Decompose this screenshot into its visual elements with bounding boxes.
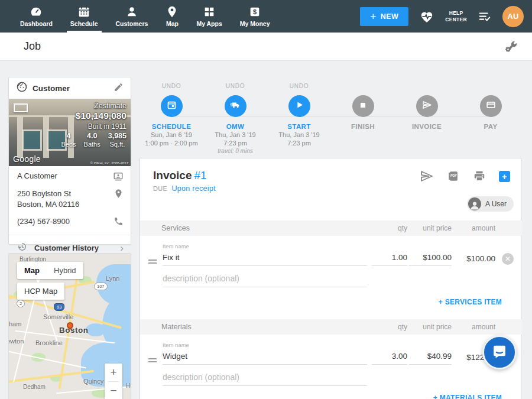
calendar-icon <box>167 100 177 112</box>
step-label: INVOICE <box>412 123 442 130</box>
help-center-button[interactable]: HELP CENTER <box>445 10 467 22</box>
health-heart-pulse-icon[interactable] <box>419 9 435 24</box>
play-icon <box>295 100 304 112</box>
undo-button[interactable]: UNDO <box>162 83 181 90</box>
map-zoom-control: + − <box>105 364 122 399</box>
assignee-chip[interactable]: A User <box>467 196 514 212</box>
finish-step-button[interactable] <box>352 95 374 117</box>
nav-item-my-money[interactable]: $ My Money <box>234 0 276 33</box>
start-step-button[interactable] <box>288 95 310 117</box>
map-type-map-button[interactable]: Map <box>17 262 47 279</box>
streetview-frame-icon[interactable] <box>14 103 28 112</box>
add-invoice-item-button[interactable]: + <box>499 171 510 182</box>
service-item-name-input[interactable] <box>163 252 367 266</box>
apps-grid-icon <box>203 5 216 18</box>
phone-icon[interactable] <box>113 216 124 229</box>
customers-person-icon <box>125 5 138 18</box>
address-line1: 250 Boylston St <box>17 189 71 198</box>
add-materials-item-link[interactable]: + MATERIALS ITEM <box>433 394 502 399</box>
dashboard-gauge-icon <box>30 5 43 18</box>
map-label: ham <box>9 320 21 327</box>
customer-address: 250 Boylston St Boston, MA 02116 <box>17 189 79 209</box>
print-icon[interactable] <box>473 170 486 183</box>
undo-button[interactable]: UNDO <box>290 83 309 90</box>
nav-item-customers[interactable]: Customers <box>110 0 154 33</box>
customer-card-header: Customer <box>9 77 131 99</box>
zoom-out-button[interactable]: − <box>105 382 122 399</box>
task-list-check-icon[interactable] <box>477 10 492 23</box>
add-services-item-link[interactable]: + SERVICES ITEM <box>439 298 502 306</box>
map-label: Hi <box>126 382 131 389</box>
schedule-step-button[interactable] <box>161 95 183 117</box>
plus-glyph: + <box>370 11 376 21</box>
drag-handle[interactable] <box>148 258 157 265</box>
hcp-map-button[interactable]: HCP Map <box>17 283 64 300</box>
step-date: Thu, Jan 3 '19 <box>278 131 319 138</box>
invoice-step-button[interactable] <box>416 95 438 117</box>
services-section-header: Services qty unit price amount <box>140 220 522 236</box>
route-shield-93: 93 <box>54 303 64 311</box>
service-amount: $100.00 <box>446 254 495 263</box>
drag-handle[interactable] <box>148 356 157 364</box>
item-name-label: Item name <box>163 243 189 249</box>
nav-label: Map <box>166 20 179 27</box>
invoice-number[interactable]: #1 <box>194 169 206 181</box>
route-shield-107: 107 <box>94 283 108 290</box>
chat-fab-button[interactable] <box>482 335 517 369</box>
customer-phone: (234) 567-8900 <box>17 216 70 227</box>
nav-item-my-apps[interactable]: My Apps <box>190 0 228 33</box>
beds-value: 4 <box>61 132 76 140</box>
nav-item-schedule[interactable]: Schedule <box>64 0 104 33</box>
service-description-input[interactable] <box>163 273 367 287</box>
omw-step-button[interactable] <box>225 95 246 117</box>
zestimate-property-photo: Zestimate $10,149,080 Built in 1911 4 4.… <box>9 99 131 166</box>
new-button[interactable]: + NEW <box>360 7 408 26</box>
service-qty-input[interactable] <box>372 252 407 266</box>
baths-value: 4.0 <box>84 132 100 140</box>
map-label: Somerville <box>43 313 73 320</box>
credit-card-icon <box>486 100 496 112</box>
remove-service-item-icon[interactable]: ✕ <box>502 253 514 265</box>
nav-label: My Money <box>240 20 270 27</box>
user-avatar[interactable]: AU <box>502 6 524 27</box>
pay-step-button[interactable] <box>480 95 502 117</box>
map-type-hybrid-button[interactable]: Hybrid <box>47 262 83 279</box>
map-type-control: Map Hybrid <box>17 262 83 279</box>
nav-items: Dashboard Schedule Customers Map <box>14 0 276 33</box>
photo-decoration <box>22 129 42 151</box>
sqft-label: Sq.ft. <box>108 141 126 148</box>
send-invoice-icon[interactable] <box>420 169 434 183</box>
invoice-due-row: DUE Upon receipt <box>153 184 216 193</box>
step-start: UNDO START Thu, Jan 3 '19 7:23 pm <box>267 78 331 147</box>
svg-text:PDF: PDF <box>450 174 458 177</box>
materials-section-header: Materials qty unit price amount <box>140 319 522 335</box>
step-label: OMW <box>226 123 245 130</box>
nav-item-dashboard[interactable]: Dashboard <box>14 0 59 33</box>
history-clock-icon <box>17 242 27 254</box>
job-tools-wrench-gear-icon[interactable] <box>504 40 518 56</box>
chevron-right-icon: › <box>120 243 124 253</box>
material-description-input[interactable] <box>163 372 367 386</box>
step-date: Thu, Jan 3 '19 <box>215 131 255 138</box>
pdf-icon[interactable]: PDF <box>447 170 460 183</box>
contact-card-icon[interactable] <box>113 171 124 184</box>
map-label: Lynn <box>106 275 119 282</box>
app-window: Dashboard Schedule Customers Map <box>0 0 532 399</box>
customer-name: A Customer <box>17 171 57 181</box>
edit-pencil-icon[interactable] <box>113 82 124 95</box>
invoice-actions: PDF + <box>420 169 510 183</box>
location-pin-icon[interactable] <box>113 189 124 201</box>
stop-icon <box>359 101 367 112</box>
nav-item-map[interactable]: Map <box>160 0 184 33</box>
map-road <box>9 350 86 368</box>
step-finish: FINISH <box>331 78 395 130</box>
undo-button[interactable]: UNDO <box>226 83 245 90</box>
zoom-in-button[interactable]: + <box>105 364 122 381</box>
material-qty-input[interactable] <box>372 351 407 365</box>
amount-column-header: amount <box>446 323 495 331</box>
map-water <box>86 323 106 336</box>
beds-label: Beds <box>61 141 76 148</box>
send-icon <box>422 100 432 112</box>
material-item-name-input[interactable] <box>163 351 367 365</box>
due-terms-link[interactable]: Upon receipt <box>171 184 215 193</box>
